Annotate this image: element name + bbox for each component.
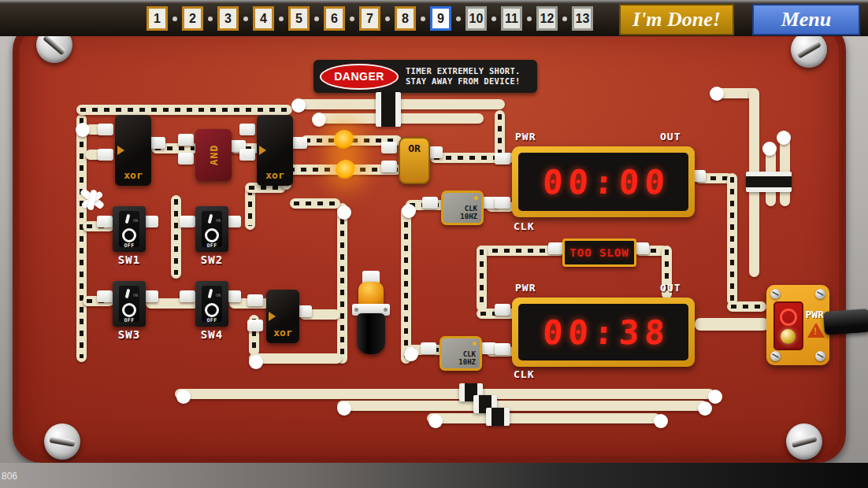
clock-label: CLK 10HZ	[458, 351, 476, 366]
electrolytic-capacitor	[352, 271, 390, 356]
status-display: TOO SLOW	[562, 238, 636, 267]
tab-separator-dot	[243, 17, 248, 21]
trace-joint-dot	[249, 355, 263, 369]
timer2-out-label: OUT	[660, 282, 681, 294]
trace-joint-dot	[337, 401, 351, 416]
power-cable	[823, 309, 868, 335]
trace-segment	[427, 413, 660, 423]
switch-sw4[interactable]: ON OFF	[195, 281, 228, 327]
switch-on-label: ON	[216, 293, 221, 298]
connector-pad	[381, 161, 397, 172]
tab-level-2[interactable]: 2	[182, 6, 203, 31]
timer2-screen: 00:38	[518, 304, 688, 360]
switch-name-sw3: SW3	[106, 328, 153, 341]
switch-sw1[interactable]: ON OFF	[113, 206, 146, 252]
tab-level-9-active[interactable]: 9	[430, 6, 451, 31]
trace-joint-dot	[337, 205, 351, 220]
trace-segment	[175, 389, 714, 399]
tab-separator-dot	[172, 17, 177, 21]
connector-pad	[247, 320, 263, 331]
game-screen: DANGER TIMER EXTREMELY SHORT. STAY AWAY …	[0, 0, 868, 488]
tab-level-6[interactable]: 6	[324, 6, 345, 31]
switch-rocker[interactable]: ON OFF	[119, 211, 139, 247]
signal-glow-dot	[334, 130, 354, 150]
screw-icon	[770, 351, 781, 361]
level-tab-row: 1 2 3 4 5 6 7 8 9 10 11 12 13	[147, 6, 593, 31]
switch-rocker[interactable]: ON OFF	[119, 286, 139, 322]
power-module: PWR	[766, 285, 829, 365]
danger-badge: DANGER	[320, 64, 399, 90]
build-number: 806	[2, 471, 17, 482]
connector-pad	[97, 216, 113, 227]
timer2-value: 00:38	[536, 313, 670, 352]
tab-separator-dot	[350, 17, 354, 21]
tab-level-13[interactable]: 13	[572, 6, 593, 31]
power-led-on-icon	[781, 329, 796, 344]
tab-level-3[interactable]: 3	[217, 6, 239, 31]
connector-pad	[495, 343, 510, 355]
connector-pad	[480, 342, 496, 354]
connector-pad	[239, 149, 255, 161]
xor-gate-2: xor	[257, 115, 293, 186]
tab-level-4[interactable]: 4	[253, 6, 274, 31]
trace-segment	[337, 401, 707, 411]
switch-off-label: OFF	[119, 242, 139, 249]
screw-icon	[815, 351, 825, 361]
gate-label: xor	[115, 169, 151, 181]
timer1-value: 00:00	[536, 163, 670, 201]
clock-chip-1: CLK 10HZ	[441, 190, 484, 225]
danger-line1: TIMER EXTREMELY SHORT.	[406, 66, 521, 76]
timer1-pwr-label: PWR	[515, 131, 536, 142]
trace-segment	[290, 198, 340, 209]
switch-on-mark	[208, 289, 213, 299]
switch-off-label: OFF	[202, 317, 222, 323]
power-led-off-icon	[780, 309, 797, 326]
capacitor-icon	[376, 92, 401, 127]
clock-label-line2: 10HZ	[460, 213, 477, 220]
connector-pad	[495, 153, 510, 165]
switch-rocker[interactable]: ON OFF	[202, 211, 222, 247]
switch-sw2[interactable]: ON OFF	[195, 206, 228, 252]
tab-level-7[interactable]: 7	[359, 6, 380, 31]
switch-sw3[interactable]: ON OFF	[113, 281, 146, 327]
gate-label: OR	[400, 142, 428, 154]
trace-segment	[401, 206, 411, 364]
trace-joint-dot	[176, 390, 191, 404]
switch-rocker[interactable]: ON OFF	[202, 286, 222, 322]
connector-pad	[421, 342, 436, 354]
tab-level-5[interactable]: 5	[288, 6, 310, 31]
im-done-button[interactable]: I'm Done!	[619, 4, 734, 35]
menu-button[interactable]: Menu	[752, 4, 860, 35]
trace-segment	[171, 195, 181, 279]
trace-joint-dot	[404, 347, 418, 361]
gate-label: xor	[257, 169, 293, 181]
screw-icon	[815, 289, 825, 299]
connector-pad	[495, 304, 510, 316]
tab-level-11[interactable]: 11	[501, 6, 522, 31]
tab-level-8[interactable]: 8	[395, 6, 416, 31]
trace-joint-dot	[762, 142, 777, 156]
or-gate: OR	[399, 137, 430, 184]
switch-off-label: OFF	[119, 317, 139, 323]
capacitor-body	[357, 313, 385, 354]
screw-icon	[786, 423, 822, 460]
connector-pad	[291, 137, 307, 149]
tab-level-1[interactable]: 1	[147, 6, 168, 31]
trace-segment	[695, 318, 769, 331]
timer2-clk-label: CLK	[514, 368, 534, 380]
screw-icon	[791, 31, 827, 68]
timer-display-1: 00:00	[512, 146, 695, 217]
timer1-clk-label: CLK	[514, 220, 534, 232]
switch-off-ring	[205, 228, 219, 242]
xor-gate-1: xor	[115, 115, 151, 186]
screw-icon	[770, 289, 781, 299]
connector-pad	[422, 197, 438, 209]
trace-joint-dot	[777, 131, 791, 145]
switch-off-ring	[122, 228, 136, 242]
connector-pad	[239, 124, 255, 135]
danger-line2: STAY AWAY FROM DEVICE!	[406, 76, 521, 87]
tab-level-12[interactable]: 12	[536, 6, 558, 31]
and-gate: AND	[195, 129, 232, 181]
switch-on-label: ON	[133, 293, 138, 298]
tab-level-10[interactable]: 10	[466, 6, 487, 31]
